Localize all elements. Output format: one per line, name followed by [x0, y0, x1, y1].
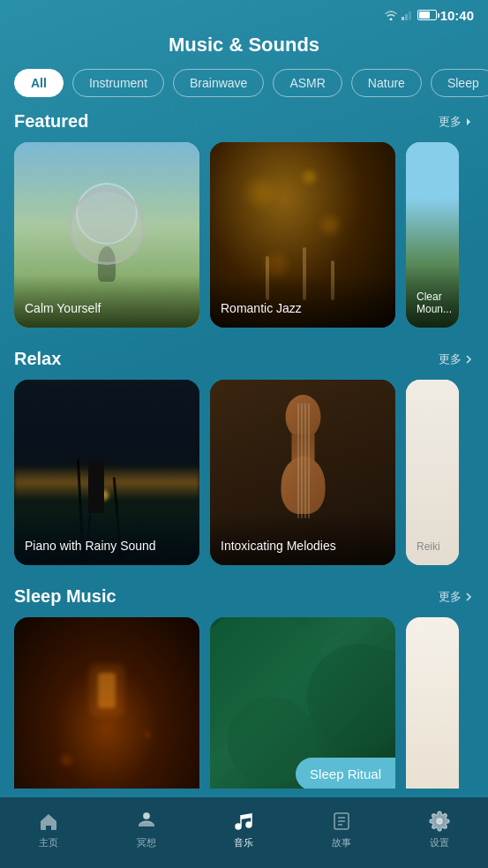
wifi-icon — [384, 10, 398, 20]
featured-section-header: Featured 更多 — [14, 111, 474, 132]
main-content: Featured 更多 Calm Yourself — [0, 111, 488, 789]
svg-rect-1 — [405, 14, 408, 20]
nav-music-label: 音乐 — [234, 836, 253, 849]
settings-icon — [428, 810, 451, 833]
sleep-title: Sleep Music — [14, 586, 116, 607]
music-icon — [232, 810, 255, 833]
nav-settings[interactable]: 设置 — [390, 810, 488, 849]
meditation-icon — [135, 810, 158, 833]
nav-home[interactable]: 主页 — [0, 810, 98, 849]
nav-stories[interactable]: 故事 — [293, 810, 391, 849]
card-jazz-label: Romantic Jazz — [210, 275, 395, 328]
card-piano-label: Piano with Rainy Sound — [14, 512, 199, 565]
nav-meditation[interactable]: 冥想 — [98, 810, 196, 849]
card-sleep-1[interactable] — [14, 617, 199, 789]
status-bar: 10:40 — [0, 0, 488, 26]
status-icons: 10:40 — [384, 8, 474, 23]
card-calm-label: Calm Yourself — [14, 275, 199, 328]
featured-cards-row: Calm Yourself Romantic Jazz Clear Moun..… — [14, 142, 474, 328]
relax-more[interactable]: 更多 — [439, 351, 474, 367]
relax-cards-row: Piano with Rainy Sound Intoxicating Melo… — [14, 380, 474, 565]
sleep-more[interactable]: 更多 — [439, 589, 474, 605]
relax-title: Relax — [14, 349, 61, 369]
card-romantic-jazz[interactable]: Romantic Jazz — [210, 142, 395, 328]
card-sleep-3[interactable] — [406, 617, 459, 789]
card-clear-mountain[interactable]: Clear Moun... — [406, 142, 459, 328]
tab-sleep[interactable]: Sleep — [431, 69, 488, 97]
nav-home-label: 主页 — [39, 836, 58, 849]
card-reiki[interactable]: Reiki — [406, 380, 459, 565]
battery-icon — [417, 10, 437, 20]
tab-asmr[interactable]: ASMR — [273, 69, 342, 97]
category-tabs: All Instrument Brainwave ASMR Nature Sle… — [0, 69, 488, 111]
page-title: Music & Sounds — [0, 26, 488, 69]
card-piano-rain[interactable]: Piano with Rainy Sound — [14, 380, 199, 565]
relax-section-header: Relax 更多 — [14, 349, 474, 369]
sleep-cards-row: Sleep Ritual — [14, 617, 474, 789]
featured-more[interactable]: 更多 — [439, 114, 474, 130]
svg-point-4 — [236, 824, 241, 828]
signal-icon — [402, 10, 414, 20]
nav-music[interactable]: 音乐 — [195, 810, 293, 849]
card-mountain-label: Clear Moun... — [406, 264, 459, 328]
sleep-ritual-badge[interactable]: Sleep Ritual — [296, 758, 395, 789]
featured-title: Featured — [14, 111, 88, 132]
svg-point-3 — [143, 812, 149, 819]
status-time: 10:40 — [440, 8, 474, 23]
bottom-nav: 主页 冥想 音乐 — [0, 797, 488, 868]
card-calm-yourself[interactable]: Calm Yourself — [14, 142, 199, 328]
nav-meditation-label: 冥想 — [137, 836, 156, 849]
tab-all[interactable]: All — [14, 69, 64, 97]
card-sleep-2[interactable]: Sleep Ritual — [210, 617, 395, 789]
tab-nature[interactable]: Nature — [351, 69, 422, 97]
card-violin[interactable]: Intoxicating Melodies — [210, 380, 395, 565]
card-reiki-label: Reiki — [406, 514, 459, 565]
home-icon — [37, 810, 60, 833]
card-violin-label: Intoxicating Melodies — [210, 512, 395, 565]
svg-rect-0 — [402, 17, 404, 20]
nav-stories-label: 故事 — [332, 836, 351, 849]
stories-icon — [330, 810, 353, 833]
nav-settings-label: 设置 — [430, 836, 449, 849]
svg-rect-2 — [409, 11, 411, 20]
tab-instrument[interactable]: Instrument — [72, 69, 164, 97]
sleep-section-header: Sleep Music 更多 — [14, 586, 474, 607]
tab-brainwave[interactable]: Brainwave — [173, 69, 264, 97]
svg-point-5 — [247, 822, 252, 826]
